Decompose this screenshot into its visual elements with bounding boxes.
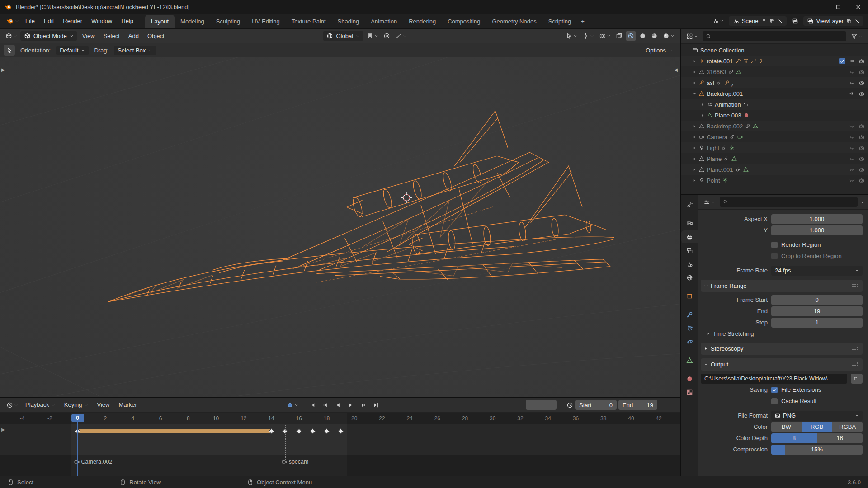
browse-folder-button[interactable] — [851, 374, 863, 384]
menu-render[interactable]: Render — [58, 14, 87, 28]
camera-restrict-icon[interactable] — [859, 91, 864, 96]
eye-closed-icon[interactable] — [849, 167, 855, 172]
eye-open-icon[interactable] — [849, 91, 855, 96]
file-format-dropdown[interactable]: PNG — [771, 411, 863, 421]
outliner-item-light[interactable]: Light — [681, 142, 868, 153]
collection-checkbox[interactable] — [839, 58, 845, 64]
compression-slider[interactable]: 15% — [771, 445, 863, 455]
shading-solid-button[interactable] — [637, 31, 648, 41]
properties-tab-physics[interactable] — [681, 335, 698, 348]
eye-open-icon[interactable] — [849, 58, 855, 64]
workspace-tab-sculpting[interactable]: Sculpting — [210, 15, 246, 28]
eye-closed-icon[interactable] — [849, 156, 855, 161]
gizmos-button[interactable] — [580, 31, 596, 41]
workspace-tab-layout[interactable]: Layout — [145, 15, 175, 28]
viewport-menu-select[interactable]: Select — [100, 29, 123, 43]
eye-closed-icon[interactable] — [849, 123, 855, 129]
properties-tab-tool[interactable] — [681, 198, 698, 211]
panel-header-frame-range[interactable]: Frame Range — [701, 280, 863, 292]
properties-tab-world[interactable] — [681, 271, 698, 284]
timeline-menu-keying[interactable]: Keying — [61, 398, 92, 412]
camera-restrict-icon[interactable] — [859, 80, 864, 85]
camera-restrict-icon[interactable] — [859, 58, 864, 64]
menu-window[interactable]: Window — [87, 14, 117, 28]
keyframe-diamond[interactable] — [338, 428, 344, 434]
object-type-visibility-button[interactable] — [564, 31, 579, 41]
timeline-menu-marker[interactable]: Marker — [115, 398, 140, 412]
properties-tab-render[interactable] — [681, 217, 698, 230]
output-path-field[interactable]: C:\Users\soila\Desktop\aircraft\Y23 Blac… — [701, 374, 847, 384]
workspace-tab-scripting[interactable]: Scripting — [542, 15, 577, 28]
close-button[interactable] — [848, 0, 868, 14]
outliner-display-mode-button[interactable] — [684, 32, 700, 41]
eye-closed-icon[interactable] — [849, 69, 855, 75]
outliner-item-point[interactable]: Point — [681, 175, 868, 186]
menu-edit[interactable]: Edit — [39, 14, 58, 28]
menu-help[interactable]: Help — [117, 14, 138, 28]
marker-specam[interactable]: specam — [282, 459, 309, 465]
keyframe-range-bar[interactable] — [78, 429, 272, 433]
keyframe-diamond[interactable] — [296, 428, 302, 434]
next-keyframe-button[interactable] — [358, 399, 369, 410]
aspect-x-field[interactable]: 1.000 — [771, 214, 863, 224]
view-layer-browse-button[interactable] — [790, 16, 800, 26]
outliner-item-scene-collection[interactable]: Scene Collection — [681, 45, 868, 56]
keyframe-diamond[interactable] — [324, 428, 330, 434]
drag-setting-dropdown[interactable]: Select Box — [114, 46, 156, 55]
properties-tab-material[interactable] — [681, 372, 698, 385]
color-option-rgb[interactable]: RGB — [802, 422, 832, 432]
options-dropdown[interactable]: Options — [642, 46, 676, 55]
frame-start-field[interactable]: Start0 — [575, 400, 617, 410]
step-field[interactable]: 1 — [771, 318, 863, 328]
eye-closed-icon[interactable] — [849, 178, 855, 183]
frame-rate-dropdown[interactable]: 24 fps — [771, 266, 863, 276]
timeline-menu-playback[interactable]: Playback — [22, 398, 59, 412]
jump-to-start-button[interactable] — [307, 399, 318, 410]
color-depth-option-8[interactable]: 8 — [771, 433, 817, 443]
eye-closed-icon[interactable] — [849, 80, 855, 85]
active-tool-button[interactable] — [4, 45, 15, 56]
marker-camera-002[interactable]: Camera.002 — [74, 459, 113, 465]
menu-file[interactable]: File — [21, 14, 39, 28]
blender-menu-button[interactable] — [5, 16, 21, 26]
workspace-tab-animation[interactable]: Animation — [365, 15, 403, 28]
color-depth-option-16[interactable]: 16 — [817, 433, 863, 443]
viewport-canvas[interactable]: ▶ ◀ — [0, 57, 680, 397]
workspace-tab-geometry-nodes[interactable]: Geometry Nodes — [486, 15, 542, 28]
file-extensions-checkbox[interactable] — [771, 387, 778, 393]
properties-tab-scene[interactable] — [681, 258, 698, 270]
crop-to-render-region-checkbox[interactable] — [771, 253, 778, 259]
properties-tab-object-data[interactable] — [681, 354, 698, 366]
editor-type-button[interactable] — [4, 31, 19, 41]
outliner-item-backdrop-002[interactable]: Backdrop.002 — [681, 121, 868, 131]
outliner-item-camera[interactable]: Camera — [681, 131, 868, 142]
toolbar-expand-arrow[interactable]: ▶ — [1, 67, 5, 72]
snap-toggle-button[interactable] — [365, 31, 380, 41]
workspace-tab-rendering[interactable]: Rendering — [403, 15, 442, 28]
auto-keying-button[interactable] — [285, 400, 300, 410]
playhead-frame-badge[interactable]: 0 — [71, 414, 84, 422]
panel-header-output[interactable]: Output — [701, 358, 863, 371]
frame-start-field[interactable]: 0 — [771, 295, 863, 305]
properties-tab-particles[interactable] — [681, 322, 698, 334]
playhead[interactable] — [77, 422, 78, 476]
workspace-tab-modeling[interactable]: Modeling — [175, 15, 210, 28]
outliner-item-asf[interactable]: asf2 — [681, 77, 868, 88]
overlays-button[interactable] — [597, 31, 613, 41]
scene-selector[interactable]: Scene — [729, 16, 787, 26]
outliner-item-backdrop-001[interactable]: Backdrop.001 — [681, 88, 868, 99]
panel-header-stereoscopy[interactable]: Stereoscopy — [701, 343, 863, 355]
workspace-tab-compositing[interactable]: Compositing — [442, 15, 486, 28]
properties-tab-texture[interactable] — [681, 386, 698, 399]
subpanel-header-time-stretching[interactable]: Time Stretching — [706, 328, 863, 339]
outliner-item-316663[interactable]: 316663 — [681, 66, 868, 77]
properties-editor-type-button[interactable] — [702, 197, 717, 207]
outliner-item-animation[interactable]: Animation — [681, 99, 868, 110]
viewport-menu-object[interactable]: Object — [144, 29, 168, 43]
view-layer-selector[interactable]: ViewLayer — [803, 16, 863, 26]
cache-result-checkbox[interactable] — [771, 398, 778, 404]
frame-end-field[interactable]: End19 — [618, 400, 657, 410]
timeline-body[interactable]: -4-2024681012141618202224262830323436384… — [0, 413, 680, 476]
timeline-editor-type-button[interactable] — [5, 400, 20, 410]
proportional-falloff-button[interactable] — [393, 31, 409, 41]
